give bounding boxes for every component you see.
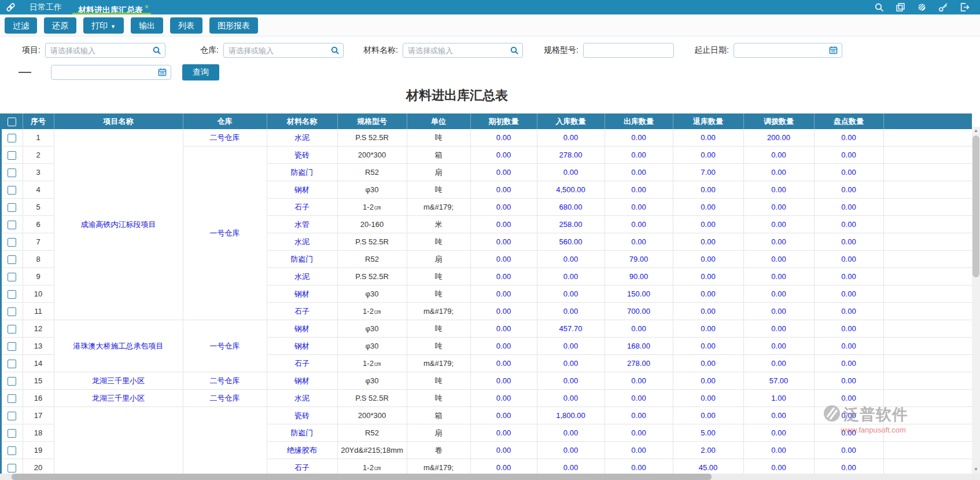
row-checkbox[interactable] <box>8 255 16 264</box>
material-name-cell[interactable]: 石子 <box>267 355 337 372</box>
material-name-cell[interactable]: 石子 <box>267 459 337 474</box>
calendar-icon[interactable] <box>829 46 838 55</box>
scroll-down-icon[interactable]: ▼ <box>972 466 980 474</box>
transfer-qty-cell: 0.00 <box>743 407 814 424</box>
theme-icon[interactable] <box>917 2 927 12</box>
list-button[interactable]: 列表 <box>170 17 202 34</box>
material-name-cell[interactable]: 水泥 <box>267 129 337 146</box>
row-checkbox[interactable] <box>8 464 16 472</box>
transfer-qty-cell: 0.00 <box>743 355 814 372</box>
tab-close-icon[interactable]: × <box>145 3 149 11</box>
material-name-cell[interactable]: 水泥 <box>267 390 337 407</box>
row-checkbox[interactable] <box>8 203 16 212</box>
filler-cell <box>883 164 972 181</box>
filler-cell <box>883 355 972 372</box>
select-all-checkbox[interactable] <box>8 118 16 126</box>
unit-cell: 吨 <box>407 129 470 146</box>
project-name-cell[interactable]: 龙湖三千里小区 <box>54 390 183 407</box>
row-checkbox[interactable] <box>8 377 16 386</box>
row-checkbox[interactable] <box>8 168 16 177</box>
in-qty-cell: 0.00 <box>537 285 605 303</box>
row-checkbox[interactable] <box>8 429 16 438</box>
row-checkbox[interactable] <box>8 412 16 420</box>
warehouse-cell[interactable]: 二号仓库 <box>183 390 267 407</box>
material-name-cell[interactable]: 防盗门 <box>267 251 337 268</box>
row-checkbox[interactable] <box>8 325 16 334</box>
row-checkbox[interactable] <box>8 307 16 316</box>
material-name-cell[interactable]: 绝缘胶布 <box>267 442 337 459</box>
material-name-cell[interactable]: 钢材 <box>267 320 337 338</box>
vertical-scrollbar[interactable]: ▲ ▼ <box>972 127 980 474</box>
search-icon[interactable] <box>330 46 340 55</box>
material-name-cell[interactable]: 水管 <box>267 216 337 233</box>
material-name-cell[interactable]: 防盗门 <box>267 164 337 181</box>
row-checkbox[interactable] <box>8 134 16 142</box>
stocktake-qty-cell: 0.00 <box>814 459 883 474</box>
warehouse-cell[interactable] <box>183 407 267 474</box>
logout-icon[interactable] <box>960 2 970 12</box>
material-name-input[interactable] <box>403 43 523 58</box>
row-checkbox[interactable] <box>8 238 16 247</box>
material-name-cell[interactable]: 瓷砖 <box>267 407 337 424</box>
row-checkbox[interactable] <box>8 394 16 403</box>
project-input[interactable] <box>45 43 165 58</box>
material-name-cell[interactable]: 水泥 <box>267 268 337 285</box>
project-name-cell[interactable]: 龙湖三千里小区 <box>54 372 183 390</box>
row-checkbox[interactable] <box>8 273 16 281</box>
table-header-row: 序号项目名称仓库材料名称规格型号单位期初数量入库数量出库数量退库数量调拨数量盘点… <box>2 113 972 129</box>
filter-button[interactable]: 过滤 <box>5 17 37 34</box>
warehouse-cell[interactable]: 二号仓库 <box>183 129 267 146</box>
project-label: 项目: <box>22 45 40 56</box>
search-icon[interactable] <box>510 46 519 55</box>
material-name-cell[interactable]: 钢材 <box>267 372 337 390</box>
warehouse-cell[interactable]: 二号仓库 <box>183 372 267 390</box>
material-name-cell[interactable]: 钢材 <box>267 338 337 355</box>
spec-input[interactable] <box>583 43 674 58</box>
warehouse-cell[interactable]: 一号仓库 <box>183 320 267 372</box>
material-name-cell[interactable]: 防盗门 <box>267 424 337 442</box>
search-icon[interactable] <box>874 2 884 12</box>
query-button[interactable]: 查询 <box>182 64 219 80</box>
row-index: 11 <box>23 303 54 320</box>
tab-daily-work[interactable]: 日常工作 <box>21 0 70 14</box>
warehouse-input[interactable] <box>223 43 344 58</box>
row-checkbox[interactable] <box>8 342 16 351</box>
project-name-cell[interactable]: 港珠澳大桥施工总承包项目 <box>54 320 183 372</box>
windows-cascade-icon[interactable] <box>896 2 905 12</box>
project-name-cell[interactable]: 成渝高铁内江标段项目 <box>54 129 183 320</box>
row-index: 12 <box>23 320 54 338</box>
material-name-cell[interactable]: 水泥 <box>267 233 337 251</box>
search-icon[interactable] <box>152 46 161 55</box>
date-to-input[interactable] <box>51 65 171 80</box>
calendar-icon[interactable] <box>158 68 167 77</box>
material-name-cell[interactable]: 钢材 <box>267 285 337 303</box>
material-name-cell[interactable]: 石子 <box>267 303 337 320</box>
spec-cell: φ30 <box>337 372 407 390</box>
row-checkbox[interactable] <box>8 221 16 229</box>
row-checkbox[interactable] <box>8 186 16 195</box>
material-name-cell[interactable]: 石子 <box>267 199 337 216</box>
material-name-cell[interactable]: 瓷砖 <box>267 146 337 164</box>
row-checkbox[interactable] <box>8 290 16 299</box>
row-checkbox[interactable] <box>8 151 16 160</box>
horizontal-scrollbar[interactable] <box>0 474 980 480</box>
export-button[interactable]: 输出 <box>131 17 163 34</box>
reset-button[interactable]: 还原 <box>44 17 76 34</box>
material-name-cell[interactable]: 钢材 <box>267 181 337 199</box>
transfer-qty-cell: 0.00 <box>743 268 814 285</box>
chart-report-button[interactable]: 图形报表 <box>209 17 258 34</box>
key-icon[interactable] <box>938 2 948 12</box>
print-button[interactable]: 打印▼ <box>83 17 124 34</box>
scroll-up-icon[interactable]: ▲ <box>972 127 980 135</box>
row-checkbox[interactable] <box>8 360 16 368</box>
return-qty-cell: 0.00 <box>673 303 743 320</box>
warehouse-cell[interactable]: 一号仓库 <box>183 146 267 320</box>
date-from-input[interactable] <box>734 43 842 58</box>
horizontal-scrollbar-thumb[interactable] <box>12 474 712 480</box>
vertical-scrollbar-thumb[interactable] <box>972 135 979 277</box>
project-name-cell[interactable] <box>54 407 183 474</box>
opening-qty-cell: 0.00 <box>470 216 537 233</box>
tab-material-summary[interactable]: 材料进出库汇总表× <box>70 0 157 14</box>
spec-cell: φ30 <box>337 181 407 199</box>
row-checkbox[interactable] <box>8 446 16 455</box>
